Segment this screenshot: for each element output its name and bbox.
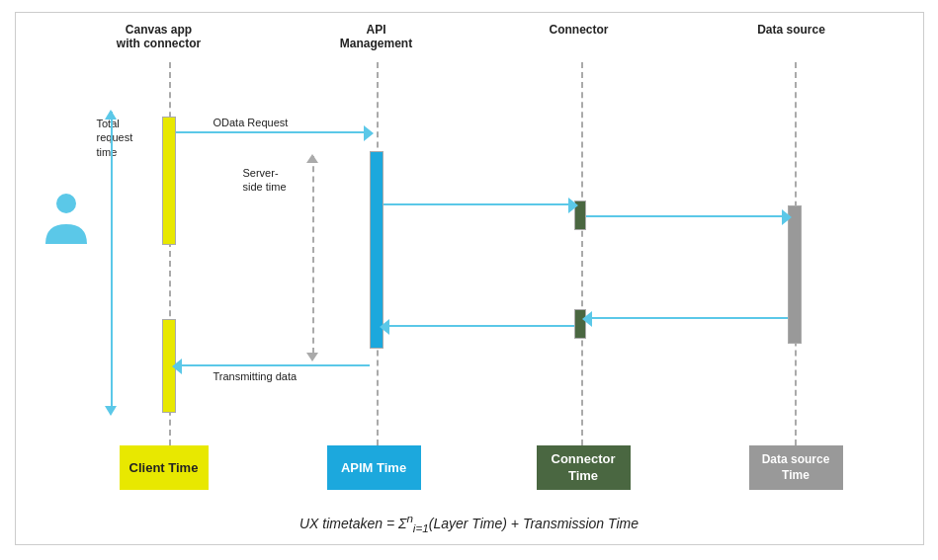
server-side-arrow-bottom — [306, 353, 318, 361]
arrow-apim-connector — [384, 203, 574, 205]
arrow-connector-apim-return-head — [380, 319, 389, 335]
odata-request-label: OData Request — [213, 117, 289, 128]
arrow-transmit-data — [176, 364, 370, 366]
total-time-arrow-top — [105, 110, 117, 120]
formula: UX timetaken = Σni=1(Layer Time) + Trans… — [299, 513, 639, 534]
total-request-time-label: Total request time — [97, 117, 156, 159]
arrow-connector-datasource — [586, 215, 788, 217]
client-time-label: Client Time — [129, 460, 199, 475]
total-time-arrow-bottom — [105, 406, 117, 416]
user-icon — [43, 191, 89, 248]
apim-time-label: APIM Time — [341, 460, 406, 475]
diagram-container: Canvas appwith connector API Management … — [15, 12, 924, 545]
arrow-transmit-data-head — [172, 359, 182, 374]
datasource-time-label: Data sourceTime — [762, 452, 830, 483]
arrow-odata-arrowhead — [364, 125, 374, 141]
transmitting-data-label: Transmitting data — [213, 370, 298, 382]
arrow-odata-request — [176, 131, 370, 133]
arrow-apim-connector-head — [568, 198, 578, 213]
col-label-connector: Connector — [540, 23, 619, 37]
connector-time-box: ConnectorTime — [537, 445, 631, 490]
lifeline-connector — [581, 62, 583, 455]
arrow-connector-apim-return — [384, 325, 574, 327]
svg-point-0 — [56, 194, 76, 213]
apim-time-box: APIM Time — [327, 445, 421, 490]
canvas-activation-top — [162, 117, 176, 245]
col-label-apim: API Management — [332, 23, 421, 50]
total-request-time-arrow — [111, 112, 113, 408]
server-side-arrow-top — [306, 154, 318, 163]
arrow-datasource-connector-return-head — [582, 311, 592, 327]
connector-time-label: ConnectorTime — [552, 451, 616, 485]
col-label-datasource: Data source — [752, 23, 831, 37]
server-side-arrow-line — [312, 156, 314, 354]
arrow-connector-datasource-head — [782, 209, 792, 225]
col-label-canvas: Canvas appwith connector — [115, 23, 204, 50]
datasource-activation — [788, 205, 802, 344]
datasource-time-box: Data sourceTime — [749, 445, 843, 490]
arrow-datasource-connector-return — [586, 317, 788, 319]
client-time-box: Client Time — [120, 445, 209, 490]
server-side-time-label: Server-side time — [243, 166, 307, 195]
